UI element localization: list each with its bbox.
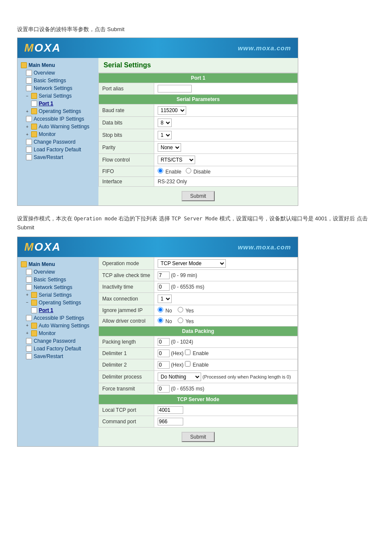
monitor-expand-icon-2: + — [26, 331, 29, 335]
save-restart-icon-2 — [26, 353, 32, 359]
stop-bits-row: Stop bits 1 2 — [99, 129, 298, 142]
autowarning-expand-icon-1: + — [26, 124, 29, 129]
sidebar-network-settings-1[interactable]: Network Settings — [17, 84, 98, 92]
sidebar-operating-2[interactable]: − Operating Settings — [17, 299, 98, 306]
fifo-enable-radio[interactable] — [158, 168, 163, 173]
delimiter-process-select[interactable]: Do Nothing Strip Delimiter — [158, 373, 201, 381]
delimiter1-input[interactable] — [158, 350, 170, 357]
allow-driver-cell: No Yes — [154, 315, 298, 326]
main-menu-icon-1 — [21, 62, 27, 68]
sidebar-change-password-2[interactable]: Change Password — [17, 337, 98, 345]
local-tcp-input[interactable] — [158, 406, 183, 414]
panel1-header: MOXA www.moxa.com — [17, 38, 298, 58]
packing-length-cell: (0 - 1024) — [154, 336, 298, 347]
basic-settings-icon-2 — [26, 277, 32, 283]
baud-rate-label: Baud rate — [99, 104, 154, 117]
network-settings-icon-1 — [26, 85, 32, 91]
port-alias-label: Port alias — [99, 83, 154, 95]
fifo-cell: Enable Disable — [154, 166, 298, 177]
sidebar-basic-settings-1[interactable]: Basic Settings — [17, 77, 98, 84]
flow-control-cell: RTS/CTS None XON/XOFF — [154, 154, 298, 166]
delimiter2-enable-checkbox[interactable] — [185, 361, 190, 367]
data-bits-select[interactable]: 8 7 6 5 — [158, 119, 172, 127]
force-transmit-row: Force transmit (0 - 65535 ms) — [99, 383, 298, 394]
flow-control-select[interactable]: RTS/CTS None XON/XOFF — [158, 156, 195, 164]
stop-bits-select[interactable]: 1 2 — [158, 131, 172, 139]
sidebar-save-restart-2[interactable]: Save/Restart — [17, 353, 98, 360]
serial-settings-table: Port 1 Port alias Serial Parameters Baud… — [98, 73, 298, 187]
packing-length-input[interactable] — [158, 338, 170, 346]
interface-label: Interface — [99, 177, 154, 187]
basic-settings-label-1: Basic Settings — [34, 78, 66, 84]
network-settings-icon-2 — [26, 284, 32, 290]
sidebar-load-factory-1[interactable]: Load Factory Default — [17, 146, 98, 153]
fifo-disable-radio[interactable] — [186, 168, 191, 173]
serial-settings-label-2: Serial Settings — [39, 292, 72, 298]
serial-settings-label-1: Serial Settings — [39, 93, 72, 99]
sidebar-save-restart-1[interactable]: Save/Restart — [17, 153, 98, 161]
sidebar-serial-settings-1[interactable]: − Serial Settings — [17, 92, 98, 100]
panel1-sidebar: Main Menu Overview Basic Settings Networ… — [17, 58, 98, 205]
sidebar-main-menu-2[interactable]: Main Menu — [17, 260, 98, 268]
sidebar-autowarning-1[interactable]: + Auto Warning Settings — [17, 123, 98, 130]
force-transmit-unit: (0 - 65535 ms) — [171, 386, 204, 392]
sidebar-network-settings-2[interactable]: Network Settings — [17, 283, 98, 291]
ignore-ip-label: Ignore jammed IP — [99, 305, 154, 315]
port-alias-input[interactable] — [158, 85, 192, 92]
panel1-body: Main Menu Overview Basic Settings Networ… — [17, 58, 298, 205]
ignore-ip-no-radio[interactable] — [158, 307, 163, 312]
delimiter1-enable-checkbox[interactable] — [185, 350, 190, 355]
serial-settings-icon-1 — [31, 93, 37, 99]
command-port-label: Command port — [99, 416, 154, 427]
intro-text-1: 设置串口设备的波特率等参数，点击 Submit — [17, 26, 375, 33]
sidebar-port1-2[interactable]: Port 1 — [17, 306, 98, 314]
inactivity-input[interactable] — [158, 283, 170, 291]
max-conn-cell: 1 2 4 — [154, 292, 298, 305]
basic-settings-label-2: Basic Settings — [34, 277, 66, 283]
moxa-url-2: www.moxa.com — [238, 243, 291, 251]
delimiter2-input[interactable] — [158, 361, 170, 369]
sidebar-port1-1[interactable]: Port 1 — [17, 100, 98, 107]
baud-rate-select[interactable]: 115200 9600 19200 38400 57600 — [158, 106, 186, 115]
network-settings-label-1: Network Settings — [34, 85, 72, 91]
allow-driver-yes-radio[interactable] — [178, 318, 183, 323]
sidebar-monitor-1[interactable]: + Monitor — [17, 130, 98, 138]
max-conn-row: Max connection 1 2 4 — [99, 292, 298, 305]
sidebar-accessible-2[interactable]: Accessible IP Settings — [17, 314, 98, 322]
tcp-alive-label: TCP alive check time — [99, 269, 154, 281]
sidebar-autowarning-2[interactable]: + Auto Warning Settings — [17, 322, 98, 330]
operation-mode-select[interactable]: TCP Server Mode TCP Client Mode UDP Mode — [158, 259, 226, 268]
sidebar-basic-settings-2[interactable]: Basic Settings — [17, 276, 98, 283]
sidebar-operating-1[interactable]: + Operating Settings — [17, 107, 98, 115]
port1-icon-2 — [31, 307, 37, 313]
sidebar-accessible-1[interactable]: Accessible IP Settings — [17, 115, 98, 123]
ignore-ip-yes-radio[interactable] — [178, 307, 183, 312]
data-bits-row: Data bits 8 7 6 5 — [99, 117, 298, 129]
sidebar-overview-2[interactable]: Overview — [17, 268, 98, 276]
sidebar-overview-1[interactable]: Overview — [17, 69, 98, 77]
data-packing-header-row: Data Packing — [99, 326, 298, 336]
panel1-submit-button[interactable]: Submit — [182, 191, 214, 201]
serial-settings-title: Serial Settings — [98, 58, 298, 73]
intro-text-2: 设置操作模式，本次在 Operation mode 右边的下拉列表 选择 TCP… — [17, 214, 375, 232]
basic-settings-icon-1 — [26, 78, 32, 84]
operating-expand-icon-1: + — [26, 109, 29, 114]
sidebar-load-factory-2[interactable]: Load Factory Default — [17, 345, 98, 353]
allow-driver-no-radio[interactable] — [158, 318, 163, 323]
sidebar-serial-settings-2[interactable]: + Serial Settings — [17, 291, 98, 299]
sidebar-change-password-1[interactable]: Change Password — [17, 138, 98, 146]
sidebar-monitor-2[interactable]: + Monitor — [17, 330, 98, 337]
force-transmit-input[interactable] — [158, 385, 170, 393]
operation-mode-row: Operation mode TCP Server Mode TCP Clien… — [99, 257, 298, 269]
panel2-sidebar: Main Menu Overview Basic Settings Networ… — [17, 257, 98, 446]
parity-row: Parity None Odd Even — [99, 142, 298, 154]
sidebar-main-menu-1[interactable]: Main Menu — [17, 61, 98, 69]
overview-icon-1 — [26, 70, 32, 76]
command-port-input[interactable] — [158, 418, 183, 425]
parity-select[interactable]: None Odd Even — [158, 143, 181, 152]
operating-label-1: Operating Settings — [39, 108, 81, 114]
panel2-submit-button[interactable]: Submit — [182, 432, 214, 442]
max-conn-select[interactable]: 1 2 4 — [158, 295, 172, 303]
panel2-main: Operation mode TCP Server Mode TCP Clien… — [98, 257, 298, 446]
tcp-alive-input[interactable] — [158, 272, 170, 279]
